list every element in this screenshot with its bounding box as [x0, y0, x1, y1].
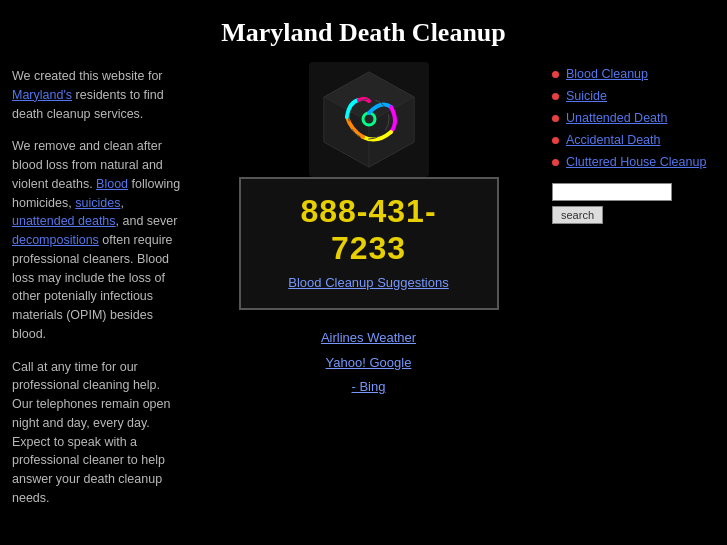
search-button[interactable]: search — [552, 206, 603, 224]
decompositions-link[interactable]: decompositions — [12, 233, 99, 247]
center-links: Airlines Weather Yahoo! Google - Bing — [321, 326, 416, 400]
left-para-2: We remove and clean after blood loss fro… — [12, 137, 183, 343]
unattended-link[interactable]: unattended deaths — [12, 214, 116, 228]
bullet-icon — [552, 115, 559, 122]
maryland-link[interactable]: Maryland's — [12, 88, 72, 102]
accidental-death-menu-link[interactable]: Accidental Death — [566, 133, 661, 147]
menu-item-blood-cleanup: Blood Cleanup — [552, 67, 717, 81]
center-column: 888-431-7233 Blood Cleanup Suggestions A… — [195, 62, 542, 532]
phone-number: 888-431-7233 — [265, 193, 473, 267]
cluttered-house-menu-link[interactable]: Cluttered House Cleanup — [566, 155, 706, 169]
yahoo-google-link[interactable]: Yahoo! Google — [321, 351, 416, 376]
suicides-link[interactable]: suicides — [75, 196, 120, 210]
menu-item-accidental-death: Accidental Death — [552, 133, 717, 147]
bullet-icon — [552, 93, 559, 100]
blood-cleanup-menu-link[interactable]: Blood Cleanup — [566, 67, 648, 81]
menu-item-unattended-death: Unattended Death — [552, 111, 717, 125]
biohazard-image — [309, 62, 429, 177]
suicide-menu-link[interactable]: Suicide — [566, 89, 607, 103]
unattended-death-menu-link[interactable]: Unattended Death — [566, 111, 667, 125]
airlines-weather-link[interactable]: Airlines Weather — [321, 326, 416, 351]
bullet-icon — [552, 71, 559, 78]
page-title: Maryland Death Cleanup — [0, 0, 727, 62]
bullet-icon — [552, 159, 559, 166]
menu-item-suicide: Suicide — [552, 89, 717, 103]
left-para-3: Call at any time for our professional cl… — [12, 358, 183, 508]
left-column: We created this website for Maryland's r… — [0, 62, 195, 532]
right-column: Blood Cleanup Suicide Unattended Death A… — [542, 62, 727, 532]
blood-link[interactable]: Blood — [96, 177, 128, 191]
search-area: search — [552, 183, 717, 224]
right-menu: Blood Cleanup Suicide Unattended Death A… — [552, 67, 717, 169]
blood-cleanup-link[interactable]: Blood Cleanup Suggestions — [265, 275, 473, 290]
menu-item-cluttered-house: Cluttered House Cleanup — [552, 155, 717, 169]
phone-box: 888-431-7233 Blood Cleanup Suggestions — [239, 177, 499, 310]
search-input[interactable] — [552, 183, 672, 201]
bing-link[interactable]: - Bing — [321, 375, 416, 400]
left-para-1: We created this website for Maryland's r… — [12, 67, 183, 123]
bullet-icon — [552, 137, 559, 144]
